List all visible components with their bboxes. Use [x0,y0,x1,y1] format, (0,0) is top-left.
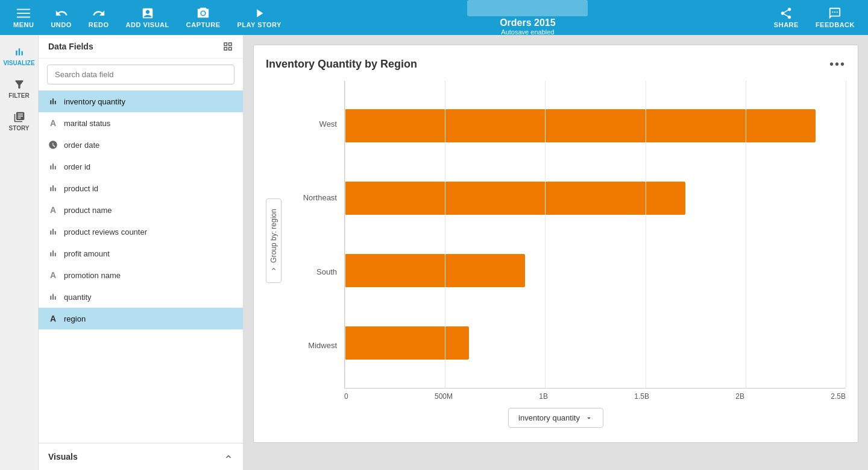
toolbar-center: Orders 2015 Autosave enabled [290,0,766,36]
chart-inner: West Northeast South Midwest [296,81,846,401]
bar-row-midwest [345,322,846,364]
toolbar-title: Orders 2015 [500,17,556,28]
grid-line-4 [746,81,746,388]
field-region[interactable]: A region [39,308,243,329]
main-content: Inventory Quantity by Region ••• Group b… [244,35,868,470]
toolbar-subtitle: Autosave enabled [501,28,554,36]
icon-bar: VISUALIZE FILTER STORY [0,35,39,470]
bar-chart-icon-5 [48,249,58,258]
text-type-icon-2: A [48,205,58,215]
field-promotion-name[interactable]: A promotion name [39,264,243,286]
bar-midwest [345,326,469,360]
bar-chart-icon-3 [48,183,58,193]
bar-row-west [345,105,846,147]
search-area [39,59,243,91]
x-label-2-5b: 2.5B [831,392,846,401]
grid-line-0 [345,81,345,388]
field-product-name[interactable]: A product name [39,199,243,221]
visuals-header[interactable]: Visuals [39,443,243,470]
field-profit-amount[interactable]: profit amount [39,243,243,264]
sidebar: Data Fields inventory quantity A marital… [39,35,244,470]
text-type-icon-4: A [48,314,58,323]
x-label-1b: 1B [539,392,548,401]
text-type-icon: A [48,118,58,128]
feedback-button[interactable]: FEEDBACK [807,0,863,35]
grid-line-2 [545,81,546,388]
clock-icon [48,140,58,150]
field-order-id[interactable]: order id [39,156,243,177]
data-fields-header: Data Fields [39,35,243,59]
toolbar: MENU UNDO REDO ADD VISUAL CAPTURE PLAY S… [0,0,868,35]
bar-northeast [345,182,685,215]
chevron-right-icon [270,265,277,273]
bars-rows [345,81,846,388]
share-button[interactable]: SHARE [766,0,807,35]
layout-icon [222,41,233,52]
field-order-date[interactable]: order date [39,134,243,156]
chart-bottom: inventory quantity [266,408,846,428]
x-label-500m: 500M [435,392,453,401]
bars-area [344,81,846,389]
menu-button[interactable]: MENU [5,0,42,35]
add-visual-button[interactable]: ADD VISUAL [118,0,178,35]
measure-label: inventory quantity [518,413,580,422]
main-layout: VISUALIZE FILTER STORY Data Fields inven… [0,35,868,470]
field-marital-status[interactable]: A marital status [39,112,243,134]
measure-dropdown[interactable]: inventory quantity [508,408,603,428]
x-label-0: 0 [344,392,348,401]
bar-chart-area: Group by: region West Northeast South Mi… [266,81,846,401]
y-label-south: South [296,267,344,276]
bar-chart-icon [48,97,58,106]
chevron-up-icon [224,452,233,462]
bar-south [345,254,525,287]
fields-list: inventory quantity A marital status orde… [39,91,243,443]
bar-row-northeast [345,177,846,220]
redo-button[interactable]: REDO [80,0,118,35]
grid-line-5 [846,81,846,388]
bar-chart-icon-6 [48,292,58,302]
group-by-button[interactable]: Group by: region [266,241,350,256]
sidebar-item-filter[interactable]: FILTER [0,72,38,105]
bars-and-x: 0 500M 1B 1.5B 2B 2.5B [344,81,846,401]
field-product-reviews-counter[interactable]: product reviews counter [39,221,243,243]
grid-line-1 [445,81,445,388]
chart-container: Inventory Quantity by Region ••• Group b… [253,45,858,443]
x-axis: 0 500M 1B 1.5B 2B 2.5B [344,389,846,401]
chart-header: Inventory Quantity by Region ••• [266,57,846,71]
svg-rect-2 [17,17,30,18]
visuals-section: Visuals [39,443,243,470]
chart-title: Inventory Quantity by Region [266,58,417,71]
x-label-1-5b: 1.5B [634,392,649,401]
sidebar-item-story[interactable]: STORY [0,105,38,138]
x-label-2b: 2B [735,392,744,401]
undo-button[interactable]: UNDO [42,0,80,35]
bar-row-south [345,249,846,291]
chart-more-button[interactable]: ••• [829,57,846,71]
sidebar-item-visualize[interactable]: VISUALIZE [0,40,38,72]
bar-chart-icon-2 [48,162,58,171]
svg-rect-0 [17,9,30,10]
toolbar-right: SHARE FEEDBACK [766,0,863,35]
capture-button[interactable]: CAPTURE [178,0,229,35]
search-input[interactable] [47,65,234,84]
chevron-down-icon [585,414,593,422]
text-type-icon-3: A [48,270,58,280]
bar-chart-icon-4 [48,227,58,237]
svg-rect-1 [17,13,30,14]
y-label-northeast: Northeast [296,193,344,202]
toolbar-search-input[interactable] [467,0,588,16]
y-label-west: West [296,119,344,129]
field-quantity[interactable]: quantity [39,286,243,308]
play-story-button[interactable]: PLAY STORY [228,0,289,35]
field-inventory-quantity[interactable]: inventory quantity [39,91,243,112]
y-label-midwest: Midwest [296,341,344,350]
grid-line-3 [646,81,646,388]
field-product-id[interactable]: product id [39,177,243,199]
